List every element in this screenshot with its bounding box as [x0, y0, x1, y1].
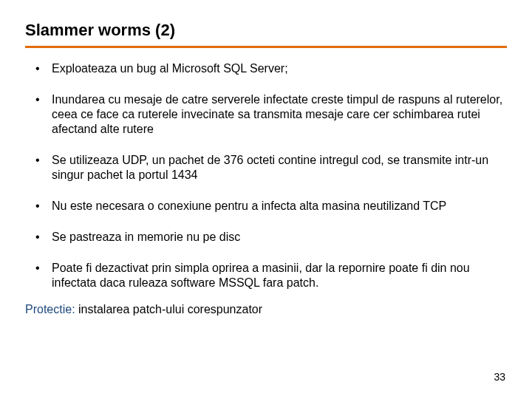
- protection-line: Protectie: instalarea patch-ului corespu…: [25, 302, 507, 317]
- protection-label: Protectie:: [25, 303, 75, 316]
- list-item: Inundarea cu mesaje de catre serverele i…: [25, 92, 507, 137]
- list-item: Poate fi dezactivat prin simpla oprirea …: [25, 261, 507, 290]
- list-item: Se pastreaza in memorie nu pe disc: [25, 230, 507, 245]
- title-divider: [25, 46, 507, 48]
- protection-text: instalarea patch-ului corespunzator: [75, 303, 262, 316]
- list-item: Nu este necesara o conexiune pentru a in…: [25, 199, 507, 214]
- page-title: Slammer worms (2): [25, 21, 507, 40]
- page-number: 33: [494, 371, 505, 383]
- list-item: Se utilizeaza UDP, un pachet de 376 octe…: [25, 153, 507, 183]
- bullet-list: Exploateaza un bug al Microsoft SQL Serv…: [25, 61, 507, 290]
- slide: Slammer worms (2) Exploateaza un bug al …: [0, 0, 532, 399]
- list-item: Exploateaza un bug al Microsoft SQL Serv…: [25, 61, 507, 76]
